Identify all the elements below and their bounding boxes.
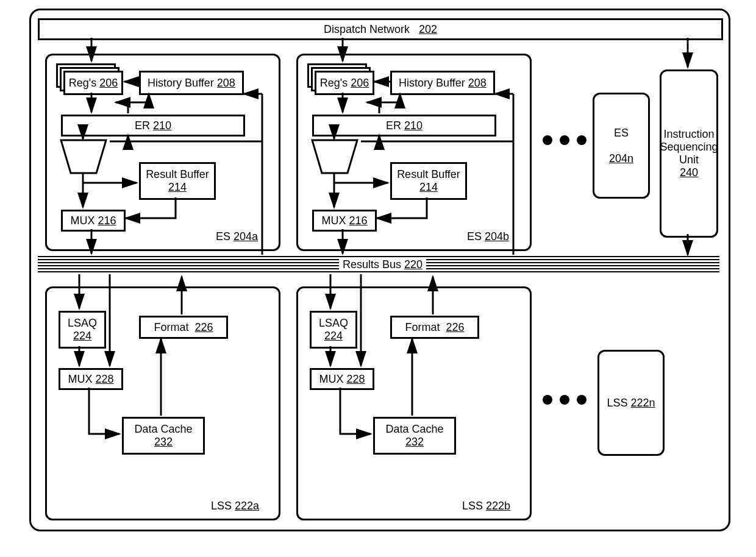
mux-lss-b: MUX 228 — [310, 368, 374, 390]
es-204b-label: ES 204b — [467, 230, 509, 243]
es-204n: ES 204n — [593, 93, 650, 199]
regs-a: Reg's 206 — [63, 71, 123, 95]
diagram-canvas: Dispatch Network 202 ES 204a Reg's 206 H… — [0, 0, 756, 557]
lss-222a-label: LSS 222a — [211, 500, 259, 513]
alu-a-label: ALU — [68, 145, 90, 158]
mux-a: MUX 216 — [61, 210, 126, 232]
alu-b-ref: 212 — [321, 157, 339, 170]
dcache-a: Data Cache232 — [122, 417, 205, 455]
ellipsis-lss — [539, 395, 590, 408]
er-a: ER 210 — [61, 115, 245, 137]
history-b: History Buffer 208 — [390, 71, 495, 95]
dispatch-label: Dispatch Network — [324, 23, 410, 35]
ellipsis-es — [539, 135, 590, 148]
dispatch-ref: 202 — [419, 23, 437, 35]
mux-b: MUX 216 — [312, 210, 377, 232]
lsaq-a: LSAQ224 — [59, 311, 106, 349]
history-a: History Buffer 208 — [139, 71, 244, 95]
alu-b-label: ALU — [319, 145, 341, 158]
isu: Instruction Sequencing Unit 240 — [660, 69, 718, 238]
es-204a-label: ES 204a — [216, 230, 258, 243]
lsaq-b: LSAQ224 — [310, 311, 357, 349]
dispatch-network: Dispatch Network 202 — [38, 18, 723, 40]
lss-222b-label: LSS 222b — [462, 500, 510, 513]
format-b: Format 226 — [390, 316, 479, 339]
results-bus-label: Results Bus 220 — [339, 258, 426, 271]
alu-a-ref: 212 — [70, 157, 88, 170]
result-buffer-b: Result Buffer214 — [390, 162, 467, 200]
mux-lss-a: MUX 228 — [59, 368, 123, 390]
lss-222n: LSS 222n — [597, 350, 665, 456]
er-b: ER 210 — [312, 115, 496, 137]
result-buffer-a: Result Buffer214 — [139, 162, 216, 200]
regs-b: Reg's 206 — [315, 71, 374, 95]
format-a: Format 226 — [139, 316, 228, 339]
dcache-b: Data Cache232 — [373, 417, 456, 455]
